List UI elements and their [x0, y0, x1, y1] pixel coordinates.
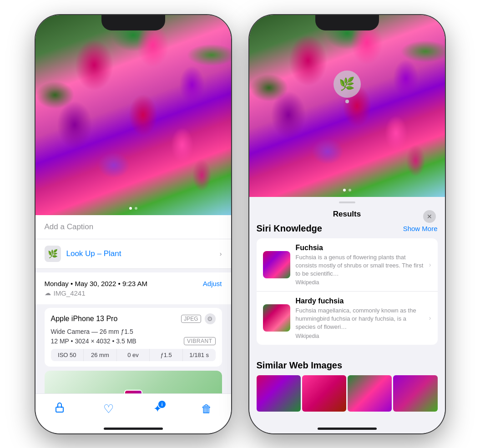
show-more-button[interactable]: Show More	[403, 225, 438, 232]
hardy-desc: Fuchsia magellanica, commonly known as t…	[296, 307, 424, 332]
left-phone: Add a Caption 🌿 Look Up – Plant › Monday…	[35, 15, 231, 433]
right-home-indicator	[318, 428, 377, 430]
similar-img-4[interactable]	[393, 375, 437, 412]
gear-button[interactable]: ⚙	[205, 313, 216, 324]
filename: IMG_4241	[54, 289, 86, 297]
photo-area[interactable]	[35, 15, 231, 215]
exif-f: ƒ1.5	[150, 349, 183, 361]
similar-img-1[interactable]	[257, 375, 301, 412]
results-close-button[interactable]: ✕	[423, 210, 436, 223]
device-row: Apple iPhone 13 Pro JPEG ⚙ Wide Camera —…	[45, 308, 222, 367]
siri-title: Siri Knowledge	[257, 223, 322, 234]
exif-shutter: 1/181 s	[183, 349, 216, 361]
exif-row: ISO 50 26 mm 0 ev ƒ1.5 1/181 s	[51, 349, 216, 361]
caption-placeholder: Add a Caption	[45, 222, 94, 231]
caption-area[interactable]: Add a Caption	[35, 215, 231, 239]
right-page-dot-2	[349, 189, 351, 191]
adjust-button[interactable]: Adjust	[203, 280, 222, 287]
results-panel[interactable]: Results ✕ Siri Knowledge Show More Fuchs	[249, 197, 445, 433]
left-screen: Add a Caption 🌿 Look Up – Plant › Monday…	[35, 15, 231, 433]
hardy-source: Wikipedia	[296, 333, 424, 339]
knowledge-item-fuchsia[interactable]: Fuchsia Fuchsia is a genus of flowering …	[257, 238, 438, 292]
info-badge: i	[158, 401, 166, 408]
hardy-thumb	[263, 304, 290, 332]
svg-rect-0	[56, 407, 63, 412]
share-icon	[54, 402, 65, 416]
info-section: Monday • May 30, 2022 • 9:23 AM Adjust ☁…	[35, 272, 231, 304]
page-dot-2	[135, 207, 137, 210]
lookup-icon: 🌿	[45, 246, 61, 262]
fuchsia-chevron: ›	[429, 261, 431, 268]
notch	[101, 15, 165, 30]
fuchsia-content: Fuchsia Fuchsia is a genus of flowering …	[296, 244, 424, 286]
page-dot-1	[129, 207, 132, 210]
lookup-subject: Plant	[104, 249, 121, 258]
hardy-content: Hardy fuchsia Fuchsia magellanica, commo…	[296, 297, 424, 339]
date-row: Monday • May 30, 2022 • 9:23 AM Adjust	[45, 280, 222, 287]
trash-icon: 🗑	[201, 403, 212, 415]
knowledge-item-hardy[interactable]: Hardy fuchsia Fuchsia magellanica, commo…	[257, 292, 438, 345]
exif-iso: ISO 50	[51, 349, 84, 361]
close-icon: ✕	[427, 213, 432, 220]
fuchsia-name: Fuchsia	[296, 244, 424, 252]
notch-right	[315, 15, 379, 30]
similar-img-2[interactable]	[302, 375, 346, 412]
results-header: Results ✕	[249, 203, 445, 223]
lookup-chevron: ›	[220, 250, 222, 257]
right-photo-area[interactable]: 🌿	[249, 15, 445, 197]
mp-text: 12 MP • 3024 × 4032 • 3.5 MB	[51, 337, 136, 345]
similar-images-section: Similar Web Images	[249, 353, 445, 412]
jpeg-badge: JPEG	[181, 315, 201, 323]
right-phone: 🌿 Results ✕ Siri Knowledge Show More	[249, 15, 445, 433]
visual-ai-circle: 🌿	[333, 70, 361, 98]
exif-mm: 26 mm	[84, 349, 117, 361]
similar-images-row	[257, 375, 438, 412]
lookup-prefix: Look Up –	[66, 249, 104, 258]
similar-img-3[interactable]	[348, 375, 392, 412]
fuchsia-source: Wikipedia	[296, 279, 424, 286]
file-row: ☁ IMG_4241	[45, 289, 222, 297]
photo-date: Monday • May 30, 2022 • 9:23 AM	[45, 280, 147, 287]
exif-ev: 0 ev	[117, 349, 150, 361]
right-screen: 🌿 Results ✕ Siri Knowledge Show More	[249, 15, 445, 433]
siri-knowledge-section: Siri Knowledge Show More Fuchsia Fuchsia…	[249, 223, 445, 353]
fuchsia-desc: Fuchsia is a genus of flowering plants t…	[296, 253, 424, 278]
hardy-chevron: ›	[429, 314, 431, 322]
similar-title: Similar Web Images	[257, 360, 438, 371]
heart-icon: ♡	[103, 402, 114, 416]
device-name: Apple iPhone 13 Pro	[51, 315, 118, 323]
results-title: Results	[333, 210, 361, 219]
device-header: Apple iPhone 13 Pro JPEG ⚙	[51, 313, 216, 324]
delete-button[interactable]: 🗑	[197, 399, 217, 419]
visual-ai-dot	[345, 100, 349, 103]
home-indicator	[104, 428, 163, 430]
vibrant-badge: VIBRANT	[184, 337, 216, 345]
right-page-dots	[343, 189, 351, 191]
share-button[interactable]	[50, 399, 70, 419]
hardy-name: Hardy fuchsia	[296, 297, 424, 305]
page-dots	[129, 207, 137, 210]
knowledge-card: Fuchsia Fuchsia is a genus of flowering …	[257, 238, 438, 345]
lookup-label: Look Up – Plant	[66, 249, 121, 258]
mp-specs: 12 MP • 3024 × 4032 • 3.5 MB VIBRANT	[51, 337, 216, 345]
camera-specs: Wide Camera — 26 mm ƒ1.5	[51, 328, 216, 335]
cloud-icon: ☁	[45, 289, 51, 297]
lookup-row[interactable]: 🌿 Look Up – Plant ›	[35, 239, 231, 269]
flower-overlay	[35, 15, 231, 215]
device-badges: JPEG ⚙	[181, 313, 215, 324]
fuchsia-thumb	[263, 251, 290, 278]
siri-header: Siri Knowledge Show More	[257, 223, 438, 234]
right-page-dot-1	[343, 189, 346, 191]
right-flower-overlay	[249, 15, 445, 197]
info-button[interactable]: ✦ i	[147, 399, 167, 419]
device-section: Apple iPhone 13 Pro JPEG ⚙ Wide Camera —…	[35, 308, 231, 367]
favorite-button[interactable]: ♡	[99, 399, 119, 419]
